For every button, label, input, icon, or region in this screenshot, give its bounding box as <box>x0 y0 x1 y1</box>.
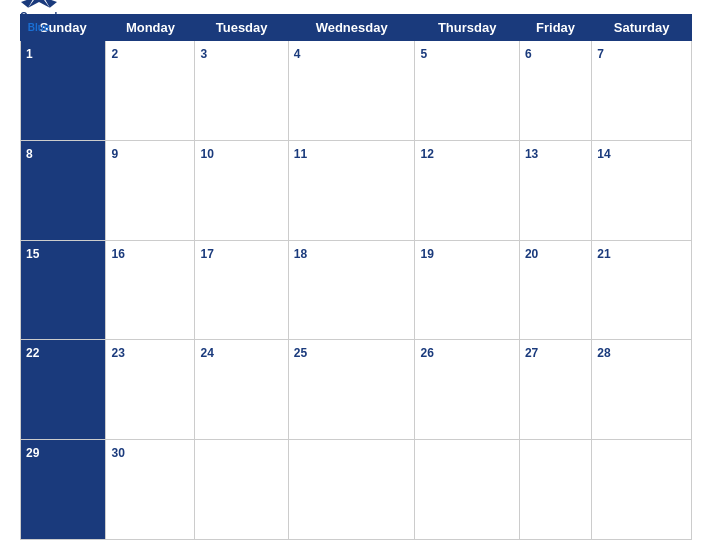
calendar-cell: 19 <box>415 240 519 340</box>
calendar-cell: 29 <box>21 440 106 540</box>
week-row-2: 891011121314 <box>21 140 692 240</box>
calendar-cell: 6 <box>519 41 591 141</box>
calendar-cell <box>415 440 519 540</box>
week-row-5: 2930 <box>21 440 692 540</box>
calendar-body: 1234567891011121314151617181920212223242… <box>21 41 692 540</box>
day-header-wednesday: Wednesday <box>288 15 415 41</box>
calendar-cell: 16 <box>106 240 195 340</box>
day-header-monday: Monday <box>106 15 195 41</box>
calendar-cell: 23 <box>106 340 195 440</box>
calendar-cell: 4 <box>288 41 415 141</box>
calendar-cell: 17 <box>195 240 288 340</box>
week-row-1: 1234567 <box>21 41 692 141</box>
calendar-cell: 3 <box>195 41 288 141</box>
calendar-cell <box>519 440 591 540</box>
calendar-cell: 7 <box>592 41 692 141</box>
calendar-cell: 14 <box>592 140 692 240</box>
calendar-cell: 9 <box>106 140 195 240</box>
calendar-table: SundayMondayTuesdayWednesdayThursdayFrid… <box>20 14 692 540</box>
calendar-cell: 12 <box>415 140 519 240</box>
calendar-cell: 5 <box>415 41 519 141</box>
week-row-3: 15161718192021 <box>21 240 692 340</box>
calendar-cell: 1 <box>21 41 106 141</box>
day-header-saturday: Saturday <box>592 15 692 41</box>
week-row-4: 22232425262728 <box>21 340 692 440</box>
calendar-cell: 11 <box>288 140 415 240</box>
calendar-cell: 21 <box>592 240 692 340</box>
calendar-cell: 18 <box>288 240 415 340</box>
generalblue-logo: General Blue <box>20 0 57 33</box>
calendar-cell: 26 <box>415 340 519 440</box>
calendar-cell: 20 <box>519 240 591 340</box>
calendar-cell: 13 <box>519 140 591 240</box>
calendar-cell: 10 <box>195 140 288 240</box>
calendar-header-row: SundayMondayTuesdayWednesdayThursdayFrid… <box>21 15 692 41</box>
calendar-cell: 28 <box>592 340 692 440</box>
calendar-cell: 2 <box>106 41 195 141</box>
calendar-cell <box>592 440 692 540</box>
day-header-thursday: Thursday <box>415 15 519 41</box>
calendar-cell: 15 <box>21 240 106 340</box>
calendar-cell: 8 <box>21 140 106 240</box>
day-header-friday: Friday <box>519 15 591 41</box>
calendar-cell <box>195 440 288 540</box>
calendar-cell <box>288 440 415 540</box>
calendar-cell: 27 <box>519 340 591 440</box>
day-header-tuesday: Tuesday <box>195 15 288 41</box>
calendar-cell: 24 <box>195 340 288 440</box>
calendar-cell: 25 <box>288 340 415 440</box>
calendar-cell: 22 <box>21 340 106 440</box>
calendar-cell: 30 <box>106 440 195 540</box>
